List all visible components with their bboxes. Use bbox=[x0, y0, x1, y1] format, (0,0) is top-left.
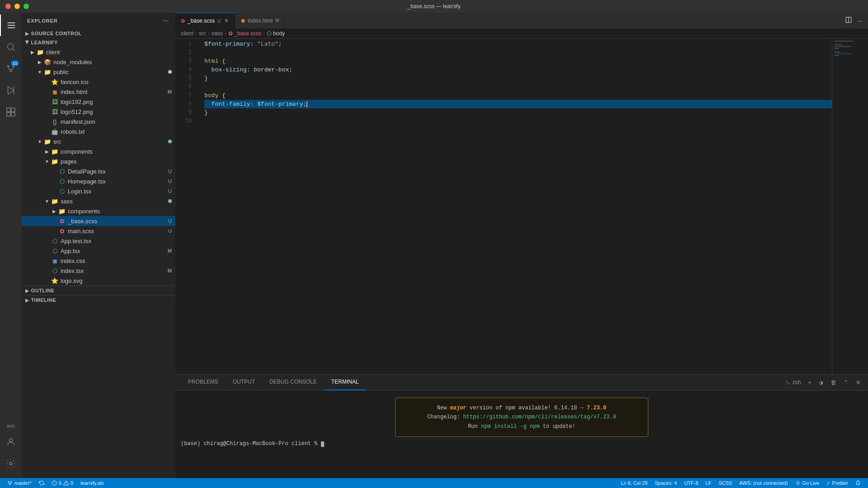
status-ln-col[interactable]: Ln 8, Col 29 bbox=[617, 480, 651, 486]
tree-item-public[interactable]: ▼ 📁 public bbox=[22, 67, 175, 77]
sidebar-more-button[interactable]: ··· bbox=[162, 16, 170, 25]
status-workspace[interactable]: learnify.sln bbox=[77, 478, 108, 488]
app-tsx-label: App.tsx bbox=[61, 248, 164, 254]
tree-item-pages[interactable]: ▼ 📁 pages bbox=[22, 156, 175, 166]
code-editor[interactable]: 1 2 3 4 5 6 7 8 9 10 $font-primary: "Lat… bbox=[175, 39, 868, 374]
svg-point-4 bbox=[10, 70, 12, 72]
panel-tab-output[interactable]: OUTPUT bbox=[226, 375, 262, 390]
tree-item-robots[interactable]: 🤖 robots.txt bbox=[22, 127, 175, 136]
tab-index-html-modified: M bbox=[275, 18, 279, 23]
activity-run[interactable] bbox=[0, 80, 22, 101]
status-right: Ln 8, Col 29 Spaces: 4 UTF-8 LF SCSS AWS… bbox=[617, 480, 864, 486]
panel-close-button[interactable]: ✕ bbox=[854, 378, 863, 387]
activity-explorer[interactable] bbox=[0, 14, 22, 36]
tree-item-main-scss[interactable]: ✿ main.scss U bbox=[22, 226, 175, 236]
app-tsx-icon: ⬡ bbox=[51, 247, 59, 255]
status-go-live[interactable]: Go Live bbox=[792, 480, 823, 486]
minimap bbox=[832, 39, 868, 374]
activity-account[interactable] bbox=[0, 431, 22, 453]
activity-extensions[interactable] bbox=[0, 101, 22, 123]
breadcrumb-body[interactable]: ⬡ body bbox=[267, 30, 285, 37]
error-count: 0 bbox=[59, 480, 61, 486]
components-src-icon: 📁 bbox=[51, 147, 59, 155]
panel-tab-terminal[interactable]: TERMINAL bbox=[324, 375, 366, 390]
tree-item-client[interactable]: ▶ 📁 client bbox=[22, 47, 175, 57]
terminal-body[interactable]: New major version of npm available! 6.14… bbox=[175, 390, 868, 478]
close-button[interactable] bbox=[5, 4, 11, 9]
breadcrumb-base-scss[interactable]: ✿ _base.scss bbox=[228, 30, 261, 37]
tab-base-scss-icon: ✿ bbox=[181, 18, 185, 24]
activity-aws[interactable]: aws bbox=[7, 421, 15, 431]
activity-source-control[interactable]: 11 bbox=[0, 58, 22, 80]
tree-item-sass[interactable]: ▼ 📁 sass bbox=[22, 196, 175, 206]
tree-item-login[interactable]: ⬡ Login.tsx U bbox=[22, 186, 175, 196]
panel-maximize-button[interactable]: ⌃ bbox=[842, 378, 850, 387]
terminal-new-button[interactable]: + bbox=[806, 378, 813, 387]
tree-item-index-html[interactable]: ◼ index.html M bbox=[22, 87, 175, 97]
app-test-label: App.test.tsx bbox=[61, 238, 172, 244]
timeline-header[interactable]: ▶ TIMELINE bbox=[22, 296, 175, 305]
code-line-3: html { bbox=[204, 57, 832, 66]
components-src-chevron: ▶ bbox=[43, 148, 51, 155]
code-content[interactable]: $font-primary: "Lato"; html { box-sizing… bbox=[197, 39, 832, 374]
code-line-2 bbox=[204, 48, 832, 57]
tree-item-logo512[interactable]: 🖼 logo512.png bbox=[22, 107, 175, 117]
window-controls[interactable] bbox=[5, 4, 29, 9]
tree-item-detail-page[interactable]: ⬡ DetailPage.tsx U bbox=[22, 166, 175, 176]
status-sync[interactable] bbox=[35, 478, 48, 488]
status-spaces[interactable]: Spaces: 4 bbox=[651, 480, 680, 486]
tree-item-app-tsx[interactable]: ⬡ App.tsx M bbox=[22, 246, 175, 256]
maximize-button[interactable] bbox=[24, 4, 29, 9]
breadcrumb-sass[interactable]: sass bbox=[212, 30, 223, 37]
tree-item-index-tsx[interactable]: ⬡ index.tsx M bbox=[22, 266, 175, 276]
outline-header[interactable]: ▶ OUTLINE bbox=[22, 286, 175, 295]
tree-item-favicon[interactable]: ⭐ favicon.ico bbox=[22, 77, 175, 87]
tree-item-sass-components[interactable]: ▶ 📁 components bbox=[22, 206, 175, 216]
tree-item-logo-svg[interactable]: ⭐ logo.svg bbox=[22, 276, 175, 286]
svg-point-12 bbox=[9, 439, 12, 442]
tree-item-index-css[interactable]: ◼ index.css bbox=[22, 256, 175, 266]
panel-tab-problems[interactable]: PROBLEMS bbox=[181, 375, 226, 390]
tab-index-html[interactable]: ◼ index.html M bbox=[236, 13, 285, 28]
split-editor-icon[interactable] bbox=[844, 15, 854, 26]
breadcrumb-client[interactable]: client bbox=[181, 30, 193, 37]
status-branch[interactable]: master* bbox=[4, 478, 35, 488]
learnify-section-header[interactable]: ▶ LEARNIFY bbox=[22, 38, 175, 47]
status-aws[interactable]: AWS: (not connected) bbox=[736, 480, 791, 486]
terminal-trash-button[interactable]: 🗑 bbox=[829, 378, 838, 387]
source-control-section-header[interactable]: ▶ SOURCE CONTROL bbox=[22, 29, 175, 38]
status-encoding[interactable]: UTF-8 bbox=[680, 480, 702, 486]
panel-tab-debug-console[interactable]: DEBUG CONSOLE bbox=[262, 375, 324, 390]
code-line-5: } bbox=[204, 74, 832, 83]
status-errors[interactable]: 0 0 bbox=[48, 478, 77, 488]
tab-base-scss-close[interactable]: ✕ bbox=[223, 17, 230, 25]
tree-item-homepage[interactable]: ⬡ Homepage.tsx U bbox=[22, 176, 175, 186]
node-modules-icon: 📦 bbox=[43, 58, 52, 66]
breadcrumb-sep-1: › bbox=[195, 30, 197, 37]
tree-item-components-src[interactable]: ▶ 📁 components bbox=[22, 146, 175, 156]
status-prettier[interactable]: ✓ Prettier bbox=[823, 480, 852, 486]
activity-search[interactable] bbox=[0, 36, 22, 58]
tree-item-base-scss[interactable]: ✿ _base.scss U bbox=[22, 216, 175, 226]
tab-base-scss[interactable]: ✿ _base.scss U ✕ bbox=[175, 13, 236, 28]
npm-changelog-link: https://github.com/npm/cli/releases/tag/… bbox=[463, 414, 616, 420]
more-actions-icon[interactable]: ··· bbox=[855, 15, 864, 26]
language-label: SCSS bbox=[718, 480, 732, 486]
minimize-button[interactable] bbox=[14, 4, 20, 9]
tree-item-node-modules[interactable]: ▶ 📦 node_modules bbox=[22, 57, 175, 67]
status-bell[interactable] bbox=[852, 480, 864, 486]
breadcrumb-src[interactable]: src bbox=[199, 30, 206, 37]
tree-item-app-test[interactable]: ⬡ App.test.tsx bbox=[22, 236, 175, 246]
terminal-split-button[interactable]: ⬗ bbox=[817, 378, 825, 387]
sass-components-icon: 📁 bbox=[58, 207, 66, 215]
tree-item-manifest[interactable]: {} manifest.json bbox=[22, 117, 175, 127]
tree-item-src[interactable]: ▼ 📁 src bbox=[22, 136, 175, 146]
npm-notice-line1: New major version of npm available! 6.14… bbox=[405, 404, 639, 413]
status-language[interactable]: SCSS bbox=[715, 480, 736, 486]
activity-settings[interactable] bbox=[0, 453, 22, 474]
tree-item-logo192[interactable]: 🖼 logo192.png bbox=[22, 97, 175, 107]
base-scss-icon: ✿ bbox=[58, 217, 66, 225]
status-eol[interactable]: LF bbox=[702, 480, 715, 486]
breadcrumb-body-icon: ⬡ bbox=[267, 30, 271, 37]
status-bar: master* 0 0 learnify.sln Ln 8, Col 29 Sp… bbox=[0, 478, 868, 488]
